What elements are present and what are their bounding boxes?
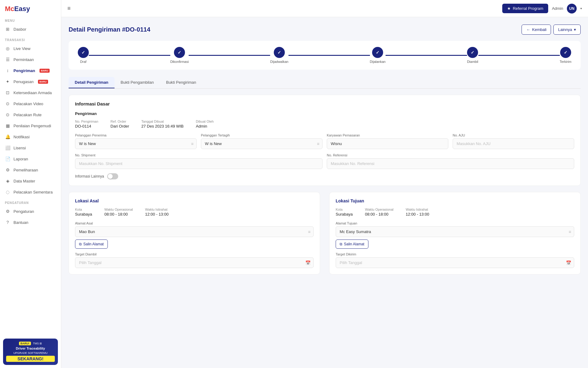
- no-pengiriman-value: DO-0114: [75, 124, 98, 128]
- sidebar-item-laporan[interactable]: 📄 Laporan: [0, 153, 61, 164]
- pelanggan-tertagih-label: Pelanggan Tertagih: [201, 133, 322, 137]
- sidebar-item-penugasan[interactable]: ✦ Penugasan BARU: [0, 76, 61, 87]
- sidebar-item-permintaan[interactable]: ☰ Permintaan: [0, 54, 61, 65]
- kembali-label: Kembali: [532, 27, 546, 32]
- step-circle-dikonfirmasi: ✓: [174, 47, 185, 58]
- no-referensi-group: No. Referensi: [327, 153, 574, 169]
- step-label-dijadwalkan: Dijadwalkan: [270, 60, 288, 63]
- tanggal-dibuat-label: Tanggal Dibuat: [141, 120, 184, 123]
- lainnya-button[interactable]: Lainnya ▾: [553, 25, 581, 35]
- tujuan-kota-item: Kota Surabaya: [336, 208, 353, 217]
- no-aju-group: No. AJU: [453, 133, 574, 149]
- step-circle-dijalankan: ✓: [372, 47, 383, 58]
- tab-bukti-pengambilan[interactable]: Bukti Pengambilan: [115, 77, 160, 88]
- informasi-lainnya-toggle[interactable]: [107, 173, 118, 179]
- sidebar-item-label: Permintaan: [13, 57, 34, 62]
- sidebar-item-lisensi[interactable]: ⬜ Lisensi: [0, 142, 61, 153]
- step-dikonfirmasi: ✓ Dikonfirmasi: [170, 47, 189, 63]
- tujuan-waktu-operasional-value: 08:00 - 18:00: [365, 212, 394, 217]
- pengaturan-section-title: PENGATURAN: [0, 197, 61, 206]
- data-master-icon: ◈: [5, 178, 10, 184]
- step-connector-4: [386, 55, 467, 56]
- no-referensi-input[interactable]: [327, 158, 574, 169]
- lainnya-chevron-icon: ▾: [574, 27, 576, 32]
- dibuat-oleh-label: Dibuat Oleh: [196, 120, 214, 123]
- dibuat-oleh-item: Dibuat Oleh Admin: [196, 120, 214, 128]
- sidebar-item-pelacakan-rute[interactable]: ⊙ Pelacakan Rute: [0, 109, 61, 120]
- alamat-asal-input[interactable]: [75, 226, 314, 237]
- karyawan-pemasaran-select[interactable]: Wisnu: [327, 138, 448, 149]
- referral-button[interactable]: ★ Referral Program: [502, 4, 548, 13]
- armada-icon: ⊡: [5, 90, 10, 95]
- salin-alamat-asal-button[interactable]: ⧉ Salin Alamat: [75, 240, 108, 249]
- pelanggan-tertagih-input[interactable]: [201, 138, 322, 149]
- penugasan-badge: BARU: [38, 80, 48, 84]
- step-dijadwalkan: ✓ Dijadwalkan: [270, 47, 288, 63]
- tab-bukti-pengiriman[interactable]: Bukti Pengiriman: [160, 77, 202, 88]
- pelanggan-tertagih-input-wrapper: ≡: [201, 138, 322, 149]
- back-icon: ←: [526, 27, 530, 32]
- sidebar-item-pelacakan-video[interactable]: ⊙ Pelacakan Video: [0, 98, 61, 109]
- salin-alamat-tujuan-button[interactable]: ⧉ Salin Alamat: [336, 240, 368, 249]
- rute-icon: ⊙: [5, 112, 10, 117]
- lokasi-asal-info-row: Kota Surabaya Waktu Operasional 08:00 - …: [75, 208, 314, 217]
- sidebar-banner[interactable]: BARU! TMS ⊞ Driver Traceability UPGRADE …: [0, 335, 61, 368]
- banner-upgrade-text: UPGRADE SOFTWAREMU: [6, 351, 55, 355]
- no-aju-label: No. AJU: [453, 133, 574, 137]
- penilaian-icon: ▦: [5, 123, 10, 128]
- target-diambil-input[interactable]: [75, 257, 314, 268]
- alamat-tujuan-input[interactable]: [336, 226, 574, 237]
- no-shipment-label: No. Shipment: [75, 153, 322, 157]
- ref-order-item: Ref. Order Dari Order: [111, 120, 129, 128]
- tab-detail-pengiriman[interactable]: Detail Pengiriman: [69, 77, 115, 88]
- target-dikirim-input[interactable]: [336, 257, 574, 268]
- user-avatar[interactable]: UN: [567, 4, 577, 13]
- calendar-asal-icon: 📅: [305, 260, 311, 265]
- step-label-dikonfirmasi: Dikonfirmasi: [170, 60, 189, 63]
- permintaan-icon: ☰: [5, 57, 10, 62]
- sidebar-item-label: Penilaian Pengemudi: [13, 124, 51, 128]
- lokasi-section: Lokasi Asal Kota Surabaya Waktu Operasio…: [69, 192, 581, 281]
- pelanggan-penerima-input[interactable]: [75, 138, 197, 149]
- karyawan-pemasaran-group: Karyawan Pemasaran Wisnu: [327, 133, 448, 149]
- step-diambil: ✓ Diambil: [467, 47, 478, 63]
- sidebar-item-pengiriman[interactable]: ↕ Pengiriman BARU: [0, 65, 61, 76]
- sidebar-item-ketersediaan-armada[interactable]: ⊡ Ketersediaan Armada: [0, 87, 61, 98]
- sidebar-item-bantuan[interactable]: ? Bantuan: [0, 217, 61, 228]
- no-shipment-input[interactable]: [75, 158, 322, 169]
- kembali-button[interactable]: ← Kembali: [522, 25, 551, 35]
- no-pengiriman-label: No. Pengiriman: [75, 120, 98, 123]
- hamburger-icon[interactable]: ≡: [67, 5, 71, 12]
- step-connector-3: [288, 55, 370, 56]
- banner-baru-label: BARU!: [19, 342, 31, 345]
- asal-waktu-operasional-value: 08:00 - 18:00: [104, 212, 133, 217]
- pelanggan-penerima-label: Pelanggan Penerima: [75, 133, 197, 137]
- tujuan-waktu-istirahat-item: Waktu Istirahat 12:00 - 13:00: [406, 208, 429, 217]
- tujuan-waktu-istirahat-label: Waktu Istirahat: [406, 208, 429, 211]
- sidebar-item-data-master[interactable]: ◈ Data Master: [0, 175, 61, 186]
- live-view-icon: ◎: [5, 46, 10, 51]
- sidebar-item-dasbor[interactable]: ⊞ Dasbor: [0, 24, 61, 35]
- sidebar-item-pengaturan[interactable]: ⚙ Pengaturan: [0, 206, 61, 217]
- sidebar-item-notifikasi[interactable]: 🔔 Notifikasi: [0, 131, 61, 142]
- no-aju-input[interactable]: [453, 138, 574, 149]
- step-connector-5: [478, 55, 560, 56]
- asal-kota-label: Kota: [75, 208, 92, 211]
- no-shipment-group: No. Shipment: [75, 153, 322, 169]
- step-circle-draf: ✓: [78, 47, 89, 58]
- alamat-tujuan-group: Alamat Tujuan ≡: [336, 221, 574, 237]
- sidebar-item-pemeliharaan[interactable]: ⚙ Pemeliharaan: [0, 164, 61, 175]
- lokasi-asal-title: Lokasi Asal: [75, 198, 314, 203]
- alamat-tujuan-icon: ≡: [569, 229, 571, 234]
- ref-order-value: Dari Order: [111, 124, 129, 128]
- sidebar-item-live-view[interactable]: ◎ Live View: [0, 43, 61, 54]
- content-area: Detail Pengiriman #DO-0114 ← Kembali Lai…: [61, 17, 588, 368]
- lainnya-label: Lainnya: [558, 27, 572, 32]
- sidebar-item-penilaian-pengemudi[interactable]: ▦ Penilaian Pengemudi: [0, 120, 61, 131]
- lokasi-tujuan-title: Lokasi Tujuan: [336, 198, 574, 203]
- sidebar-item-pelacakan-sementara[interactable]: ◌ Pelacakan Sementara: [0, 186, 61, 197]
- avatar-chevron-icon[interactable]: ▾: [580, 7, 582, 10]
- topbar: ≡ ★ Referral Program Admin UN ▾: [61, 0, 588, 17]
- karyawan-pemasaran-label: Karyawan Pemasaran: [327, 133, 448, 137]
- target-diambil-input-wrapper: 📅: [75, 257, 314, 268]
